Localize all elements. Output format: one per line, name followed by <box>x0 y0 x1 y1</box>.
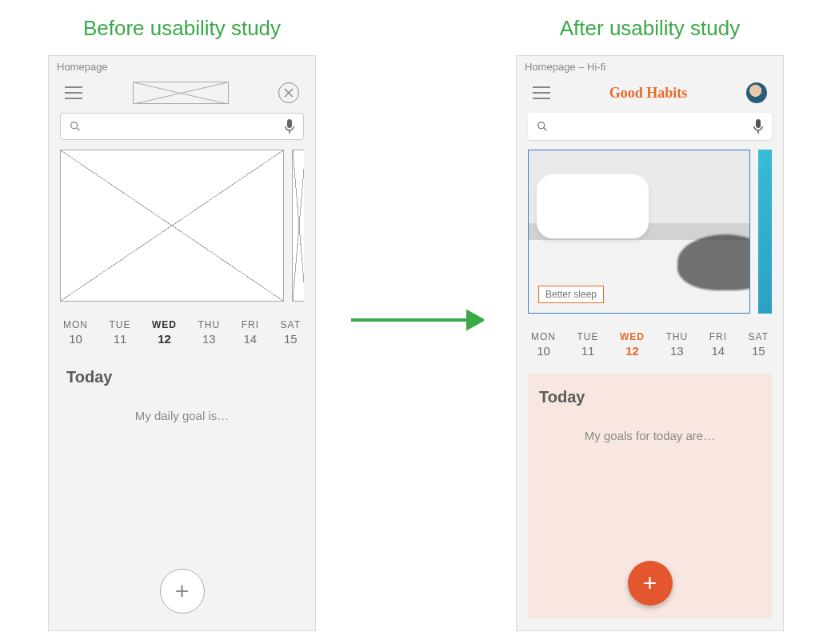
app-title: Good Habits <box>609 85 688 102</box>
logo-placeholder <box>133 82 229 104</box>
hifi-today-section: Today My goals for today are… + <box>528 374 772 618</box>
svg-line-3 <box>77 128 79 130</box>
calendar-day[interactable]: SAT15 <box>281 319 301 346</box>
lofi-frame-label: Homepage <box>49 56 315 73</box>
lofi-topbar <box>60 79 304 106</box>
hifi-feature-card-peek[interactable] <box>758 150 772 314</box>
hifi-calendar-strip[interactable]: MON10TUE11WED12THU13FRI14SAT15 <box>528 331 772 358</box>
calendar-day[interactable]: THU13 <box>198 319 221 346</box>
calendar-day[interactable]: TUE11 <box>110 319 131 346</box>
lofi-feature-card-peek[interactable] <box>292 150 304 302</box>
svg-point-2 <box>71 122 78 129</box>
before-title: Before usability study <box>83 16 281 41</box>
search-bar[interactable] <box>528 113 772 140</box>
calendar-day[interactable]: MON10 <box>63 319 88 346</box>
hamburger-icon[interactable] <box>533 86 550 99</box>
today-heading: Today <box>539 388 761 406</box>
calendar-day[interactable]: WED12 <box>152 319 177 346</box>
today-heading: Today <box>66 368 298 386</box>
hamburger-icon[interactable] <box>65 86 82 99</box>
close-icon[interactable] <box>278 82 299 103</box>
transition-arrow <box>348 16 484 624</box>
lofi-feature-card[interactable] <box>60 150 284 302</box>
svg-rect-4 <box>287 119 292 128</box>
search-bar[interactable] <box>60 113 304 140</box>
avatar[interactable] <box>746 82 767 103</box>
calendar-day[interactable]: MON10 <box>531 331 556 358</box>
after-column: After usability study Homepage – Hi-fi G… <box>516 16 784 631</box>
hifi-frame-label: Homepage – Hi-fi <box>517 56 783 73</box>
search-icon <box>69 120 82 133</box>
hifi-topbar: Good Habits <box>528 79 772 106</box>
calendar-day[interactable]: SAT15 <box>749 331 769 358</box>
after-title: After usability study <box>560 16 740 41</box>
lofi-calendar-strip[interactable]: MON10TUE11WED12THU13FRI14SAT15 <box>60 319 304 346</box>
calendar-day[interactable]: TUE11 <box>577 331 599 358</box>
calendar-day[interactable]: FRI14 <box>709 331 727 358</box>
add-goal-button[interactable]: + <box>160 569 205 614</box>
add-goal-button[interactable]: + <box>628 561 673 606</box>
today-placeholder-text: My daily goal is… <box>66 409 298 422</box>
svg-rect-9 <box>756 119 761 128</box>
hifi-card-carousel[interactable]: Better sleep <box>528 150 772 314</box>
mic-icon[interactable] <box>753 118 764 134</box>
card-tag: Better sleep <box>538 286 604 303</box>
lofi-phone-frame: Homepage MON10T <box>48 55 316 631</box>
today-placeholder-text: My goals for today are… <box>539 429 761 442</box>
lofi-card-carousel[interactable] <box>60 150 304 302</box>
hifi-feature-card[interactable]: Better sleep <box>528 150 750 314</box>
mic-icon[interactable] <box>284 118 295 134</box>
calendar-day[interactable]: WED12 <box>620 331 645 358</box>
hifi-phone-frame: Homepage – Hi-fi Good Habits Better slee… <box>516 55 784 631</box>
calendar-day[interactable]: FRI14 <box>242 319 259 346</box>
calendar-day[interactable]: THU13 <box>666 331 689 358</box>
lofi-today-section: Today My daily goal is… <box>60 368 304 422</box>
search-input[interactable] <box>553 120 748 133</box>
svg-point-7 <box>538 122 545 129</box>
svg-line-8 <box>544 128 546 130</box>
search-icon <box>536 120 549 133</box>
before-column: Before usability study Homepage <box>48 16 316 631</box>
search-input[interactable] <box>86 120 279 133</box>
